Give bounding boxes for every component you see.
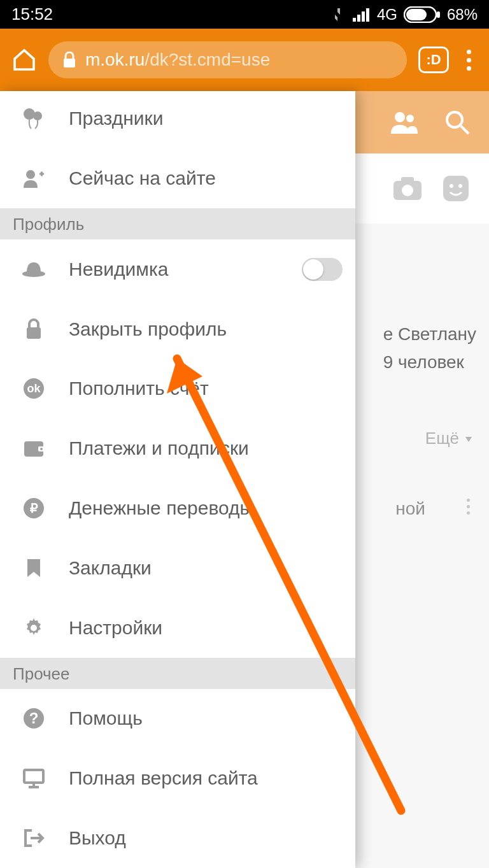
- sidebar-item-close-profile[interactable]: Закрыть профиль: [0, 299, 355, 359]
- network-type: 4G: [377, 6, 397, 24]
- sidebar-item-topup[interactable]: ok Пополнить счёт: [0, 359, 355, 419]
- svg-point-8: [395, 112, 405, 122]
- battery-icon: [404, 6, 441, 23]
- sidebar-item-label: Полная версия сайта: [69, 767, 343, 789]
- svg-rect-15: [443, 176, 469, 201]
- svg-point-27: [40, 448, 43, 450]
- exit-icon: [19, 828, 48, 848]
- bg-text-snippet: е Светлану 9 человек: [383, 320, 476, 376]
- svg-point-19: [33, 111, 42, 120]
- sidebar-item-label: Праздники: [69, 108, 343, 129]
- svg-point-9: [406, 115, 414, 122]
- sidebar-item-label: Выход: [69, 827, 343, 849]
- svg-rect-2: [362, 11, 365, 22]
- help-icon: ?: [19, 708, 48, 729]
- status-time: 15:52: [11, 4, 53, 24]
- svg-point-14: [402, 185, 413, 196]
- svg-rect-33: [24, 770, 43, 783]
- sidebar-item-help[interactable]: ? Помощь: [0, 689, 355, 749]
- sidebar-item-label: Невидимка: [69, 259, 281, 280]
- sidebar-item-label: Помощь: [69, 708, 343, 729]
- bg-more-link[interactable]: Ещё: [425, 429, 473, 448]
- svg-text:?: ?: [29, 709, 39, 727]
- bg-text-snippet2: ной: [395, 499, 425, 519]
- browser-toolbar: m.ok.ru/dk?st.cmd=use :D: [0, 29, 489, 91]
- bg-more-dots[interactable]: [467, 499, 470, 515]
- section-header-profile: Профиль: [0, 208, 355, 239]
- sticker-icon[interactable]: [442, 174, 470, 203]
- svg-rect-3: [366, 8, 369, 22]
- signal-icon: [353, 8, 371, 22]
- sidebar-item-label: Платежи и подписки: [69, 438, 343, 459]
- sidebar-item-bookmarks[interactable]: Закладки: [0, 538, 355, 598]
- sidebar-item-label: Денежные переводы: [69, 497, 343, 519]
- sidebar-item-logout[interactable]: Выход: [0, 808, 355, 868]
- tabs-button[interactable]: :D: [418, 46, 449, 73]
- svg-point-10: [447, 112, 462, 127]
- svg-point-16: [450, 184, 453, 188]
- sidebar-item-invisible[interactable]: Невидимка: [0, 239, 355, 299]
- sidebar-item-desktop-version[interactable]: Полная версия сайта: [0, 748, 355, 808]
- sidebar-item-label: Закрыть профиль: [69, 318, 343, 340]
- balloons-icon: [19, 107, 48, 130]
- bookmark-icon: [19, 558, 48, 578]
- url-bar[interactable]: m.ok.ru/dk?st.cmd=use: [48, 41, 407, 78]
- status-right: 4G 68%: [334, 6, 478, 24]
- battery-percent: 68%: [447, 6, 478, 24]
- sidebar-item-label: Настройки: [69, 617, 343, 639]
- wallet-icon: [19, 439, 48, 458]
- sync-icon: [334, 7, 346, 22]
- svg-rect-7: [64, 59, 75, 68]
- status-bar: 15:52 4G 68%: [0, 0, 489, 29]
- gear-icon: [19, 617, 48, 639]
- sidebar-item-payments[interactable]: Платежи и подписки: [0, 418, 355, 478]
- svg-rect-22: [27, 327, 41, 339]
- svg-point-18: [24, 108, 35, 120]
- sidebar-item-holidays[interactable]: Праздники: [0, 91, 355, 148]
- sidebar-item-label: Сейчас на сайте: [69, 167, 343, 189]
- ruble-icon: ₽: [19, 497, 48, 519]
- side-drawer: Рекламный кабинет Праздники Сейчас на са…: [0, 91, 355, 868]
- lock-icon: [62, 52, 76, 68]
- invisible-toggle[interactable]: [302, 258, 343, 281]
- browser-menu-icon[interactable]: [460, 50, 478, 71]
- svg-point-20: [26, 170, 35, 179]
- camera-icon[interactable]: [392, 176, 423, 201]
- user-plus-icon: [19, 169, 48, 188]
- sidebar-item-label: Закладки: [69, 557, 343, 579]
- hat-icon: [19, 261, 48, 278]
- sidebar-item-online-now[interactable]: Сейчас на сайте: [0, 148, 355, 208]
- monitor-icon: [19, 768, 48, 788]
- url-text: m.ok.ru/dk?st.cmd=use: [85, 50, 270, 70]
- svg-text:₽: ₽: [30, 501, 38, 515]
- svg-line-11: [461, 126, 469, 134]
- svg-rect-1: [357, 15, 360, 22]
- svg-text:ok: ok: [27, 382, 41, 395]
- svg-rect-0: [353, 18, 356, 22]
- lock-icon: [19, 318, 48, 340]
- search-icon[interactable]: [444, 110, 470, 135]
- ok-coin-icon: ok: [19, 378, 48, 399]
- svg-point-17: [458, 184, 462, 188]
- svg-rect-6: [437, 11, 440, 18]
- svg-rect-5: [406, 9, 427, 20]
- svg-point-30: [31, 625, 37, 631]
- sidebar-item-label: Пополнить счёт: [69, 378, 343, 399]
- svg-rect-13: [401, 177, 414, 183]
- home-icon[interactable]: [11, 47, 37, 73]
- friends-icon[interactable]: [390, 111, 419, 134]
- sidebar-item-money-transfers[interactable]: ₽ Денежные переводы: [0, 478, 355, 538]
- section-header-other: Прочее: [0, 658, 355, 689]
- sidebar-item-settings[interactable]: Настройки: [0, 598, 355, 658]
